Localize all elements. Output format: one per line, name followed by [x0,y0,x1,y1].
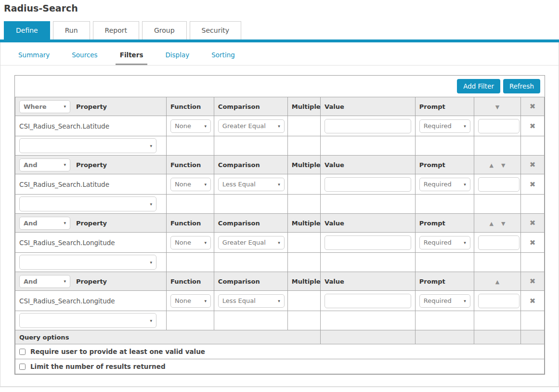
prompt-select[interactable]: Required ▾ [419,236,470,249]
column-header-comparison: Comparison [214,156,287,174]
query-option-row: Require user to provide at least one val… [15,344,545,359]
filter-group-header: And ▾ Property Function Comparison Multi… [15,156,545,174]
add-property-select[interactable]: ▾ [19,196,156,211]
move-down-icon[interactable]: ▼ [501,221,505,227]
chevron-down-icon: ▾ [64,221,66,225]
limit-results-option[interactable]: Limit the number of results returned [19,363,540,370]
filters-table: Where ▾ Property Function Comparison Mul… [15,97,545,374]
subtab-summary[interactable]: Summary [14,49,54,65]
remove-group-icon[interactable]: ✖ [530,277,536,286]
column-header-property: Property [76,220,107,227]
require-valid-value-checkbox[interactable] [19,349,26,355]
remove-group-icon[interactable]: ✖ [530,219,536,227]
column-header-value: Value [321,214,416,233]
chevron-down-icon: ▾ [64,162,66,167]
filter-row: CSI_Radius_Search.Longitude None ▾ Less … [15,291,545,311]
function-select[interactable]: None ▾ [170,294,211,308]
comparison-select[interactable]: Less Equal ▾ [218,294,285,308]
add-property-row: ▾ [15,195,545,214]
comparison-select[interactable]: Greater Equal ▾ [218,119,285,133]
connector-value: And [24,278,38,285]
limit-results-checkbox[interactable] [19,364,26,370]
function-select[interactable]: None ▾ [170,236,211,249]
filter-property: CSI_Radius_Search.Longitude [15,233,167,253]
tab-run[interactable]: Run [53,21,90,39]
comparison-select[interactable]: Greater Equal ▾ [218,236,285,249]
tab-security[interactable]: Security [190,21,242,39]
connector-select[interactable]: And ▾ [19,217,70,230]
remove-filter-icon[interactable]: ✖ [530,297,536,305]
connector-select[interactable]: And ▾ [19,158,70,171]
move-down-icon[interactable]: ▼ [495,104,499,110]
tab-define[interactable]: Define [4,21,50,39]
value-input[interactable] [325,235,411,250]
connector-select[interactable]: And ▾ [19,275,70,288]
require-valid-value-option[interactable]: Require user to provide at least one val… [19,348,540,355]
order-input[interactable] [478,294,520,308]
filter-property: CSI_Radius_Search.Latitude [15,116,167,136]
tab-group[interactable]: Group [142,21,187,39]
comparison-value: Greater Equal [222,122,266,130]
value-input[interactable] [325,119,411,133]
order-input[interactable] [478,119,520,133]
add-property-select[interactable]: ▾ [19,138,156,153]
move-up-icon[interactable]: ▲ [490,221,494,227]
add-property-row: ▾ [15,311,545,330]
add-property-select[interactable]: ▾ [19,313,156,328]
move-down-icon[interactable]: ▼ [501,162,505,169]
remove-filter-icon[interactable]: ✖ [530,180,536,189]
prompt-value: Required [424,122,452,130]
value-input[interactable] [325,294,411,308]
column-header-comparison: Comparison [214,272,287,291]
tab-report[interactable]: Report [93,21,139,39]
prompt-select[interactable]: Required ▾ [419,294,470,308]
column-header-value: Value [321,272,416,291]
chevron-down-icon: ▾ [464,124,466,129]
column-header-multiple: Multiple [287,156,320,174]
remove-group-icon[interactable]: ✖ [530,160,536,169]
move-up-icon[interactable]: ▲ [490,162,494,169]
chevron-down-icon: ▾ [204,182,207,187]
remove-filter-icon[interactable]: ✖ [530,238,536,247]
filter-row: CSI_Radius_Search.Latitude None ▾ Greate… [15,116,545,136]
chevron-down-icon: ▾ [64,104,66,109]
column-header-prompt: Prompt [415,272,474,291]
add-filter-button[interactable]: Add Filter [457,79,500,93]
order-input[interactable] [478,235,520,250]
comparison-select[interactable]: Less Equal ▾ [218,178,285,191]
subtab-display[interactable]: Display [161,49,194,65]
chevron-down-icon: ▾ [204,299,207,303]
order-input[interactable] [478,177,520,192]
subtab-filters[interactable]: Filters [116,49,148,65]
column-header-value: Value [321,156,416,174]
prompt-select[interactable]: Required ▾ [419,119,470,133]
connector-select[interactable]: Where ▾ [19,100,70,113]
filter-property: CSI_Radius_Search.Latitude [15,174,167,195]
chevron-down-icon: ▾ [150,260,153,265]
query-option-row: Limit the number of results returned [15,359,545,374]
column-header-comparison: Comparison [214,97,287,116]
remove-filter-icon[interactable]: ✖ [530,122,536,131]
move-up-icon[interactable]: ▲ [495,279,499,285]
prompt-select[interactable]: Required ▾ [419,178,470,191]
query-options-header-row: Query options [15,330,545,344]
chevron-down-icon: ▾ [64,279,66,284]
filters-container: Add Filter Refresh Where ▾ [14,75,545,375]
filters-toolbar: Add Filter Refresh [15,76,545,97]
subtab-sorting[interactable]: Sorting [207,49,239,65]
subtab-sources[interactable]: Sources [67,49,102,65]
add-property-select[interactable]: ▾ [19,255,156,270]
remove-group-icon[interactable]: ✖ [530,102,536,111]
refresh-button[interactable]: Refresh [503,79,540,93]
column-header-function: Function [166,214,214,233]
column-header-property: Property [76,161,107,169]
column-header-prompt: Prompt [415,214,474,233]
chevron-down-icon: ▾ [150,144,153,148]
function-select[interactable]: None ▾ [170,119,211,133]
column-header-property: Property [76,278,107,285]
prompt-value: Required [424,239,452,246]
value-input[interactable] [325,177,411,192]
add-property-row: ▾ [15,136,545,156]
function-select[interactable]: None ▾ [170,178,211,191]
sub-tab-bar: Summary Sources Filters Display Sorting [0,42,559,65]
